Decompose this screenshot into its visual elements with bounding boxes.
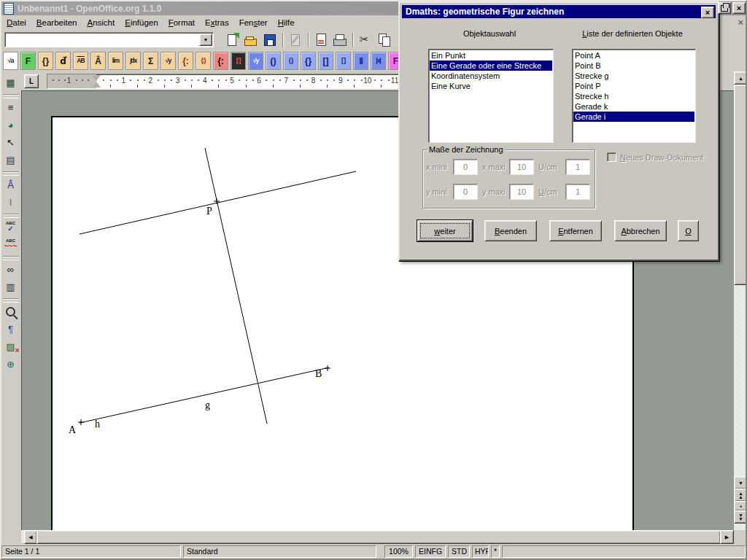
form-functions-icon[interactable]: ▤ bbox=[2, 152, 20, 168]
online-layout-icon[interactable]: ⊕ bbox=[2, 356, 20, 373]
direct-cursor-icon[interactable]: I bbox=[2, 194, 20, 211]
abs-x-icon[interactable]: |x| bbox=[371, 52, 386, 70]
close-button[interactable]: × bbox=[732, 2, 746, 14]
menu-item-datei[interactable]: Datei bbox=[1, 17, 31, 28]
status-page-style[interactable]: Standard bbox=[183, 545, 376, 558]
status-insert-mode[interactable]: EINFG bbox=[415, 545, 446, 558]
abbrechen-button[interactable]: Abbrechen bbox=[614, 220, 667, 241]
defined-object-item[interactable]: Strecke h bbox=[573, 91, 694, 101]
combo-dropdown-button[interactable]: ▼ bbox=[199, 34, 212, 46]
indent-marker[interactable] bbox=[91, 74, 101, 88]
brackets-wide-blue-icon[interactable]: [ ] bbox=[336, 52, 351, 70]
vertical-scroll-thumb[interactable] bbox=[734, 85, 747, 285]
sqrt-blue-icon[interactable]: √y bbox=[248, 52, 263, 70]
defined-object-item[interactable]: Strecke g bbox=[573, 71, 694, 81]
data-sources-icon[interactable]: ▥ bbox=[2, 279, 20, 295]
close-document-icon[interactable]: × bbox=[738, 17, 743, 28]
menu-item-hilfe[interactable]: Hilfe bbox=[273, 17, 300, 28]
find-replace-icon[interactable]: ∞ bbox=[2, 261, 20, 278]
tab-stop-selector[interactable]: L bbox=[24, 74, 39, 88]
paren-colon-icon[interactable]: (:) bbox=[196, 52, 211, 70]
insert-icon[interactable]: ≡ bbox=[2, 99, 20, 116]
sqrt-a-icon[interactable]: √a bbox=[3, 52, 18, 70]
zoom-icon[interactable] bbox=[2, 303, 20, 320]
defined-object-item[interactable]: Gerade i bbox=[573, 112, 694, 122]
object-type-listbox[interactable]: Ein PunktEine Gerade oder eine StreckeKo… bbox=[428, 49, 554, 143]
scroll-left-button[interactable]: ◀ bbox=[24, 530, 37, 544]
o-button[interactable]: O bbox=[678, 220, 699, 241]
copy-icon[interactable] bbox=[376, 32, 392, 48]
object-type-item[interactable]: Ein Punkt bbox=[430, 50, 552, 61]
y-mini-field[interactable]: 0 bbox=[453, 184, 478, 200]
formula-green-icon[interactable]: F bbox=[20, 52, 36, 70]
vector-d-icon[interactable]: d⃗ bbox=[55, 52, 71, 70]
dialog-titlebar[interactable]: Dmaths: geometrische Figur zeichnen × bbox=[402, 5, 716, 18]
status-selection-mode[interactable]: STD bbox=[448, 545, 470, 558]
weiter-button[interactable]: weiter bbox=[417, 220, 473, 241]
status-page-number[interactable]: Seite 1 / 1 bbox=[1, 545, 181, 558]
object-type-item[interactable]: Eine Gerade oder eine Strecke bbox=[430, 61, 552, 71]
u-per-cm-x-field[interactable]: 1 bbox=[565, 159, 590, 175]
x-maxi-field[interactable]: 10 bbox=[509, 159, 534, 175]
open-document-icon[interactable] bbox=[243, 32, 259, 48]
scroll-right-button[interactable]: ▶ bbox=[720, 530, 734, 544]
export-pdf-icon[interactable] bbox=[313, 32, 329, 48]
horizontal-scrollbar[interactable]: ◀ ▶ bbox=[21, 530, 734, 542]
sqrt-y-icon[interactable]: √y bbox=[160, 52, 176, 70]
parens-wide-blue-icon[interactable]: ( ) bbox=[283, 52, 298, 70]
defined-object-item[interactable]: Point P bbox=[573, 81, 694, 91]
edit-file-icon[interactable] bbox=[287, 32, 303, 48]
limit-icon[interactable]: lim bbox=[108, 52, 123, 70]
graphics-on-off-icon[interactable]: ▨× bbox=[2, 338, 20, 355]
triple-bar-icon[interactable]: ||| bbox=[353, 52, 368, 70]
object-type-item[interactable]: Eine Kurve bbox=[430, 81, 552, 91]
bracket-colon-dark-icon[interactable]: [:] bbox=[231, 52, 246, 70]
navigation-button[interactable]: ● bbox=[734, 501, 747, 511]
restore-button[interactable] bbox=[718, 2, 731, 14]
cut-icon[interactable] bbox=[357, 32, 374, 48]
sum-icon[interactable]: Σ bbox=[143, 52, 158, 70]
menu-item-format[interactable]: Format bbox=[163, 17, 200, 28]
status-hyperlink-mode[interactable]: HYP bbox=[472, 545, 489, 558]
dialog-close-button[interactable]: × bbox=[701, 7, 714, 18]
formatting-marks-icon[interactable]: ¶ bbox=[2, 321, 20, 338]
defined-objects-listbox[interactable]: Point APoint BStrecke gPoint PStrecke hG… bbox=[572, 49, 696, 143]
beenden-button[interactable]: Beenden bbox=[484, 220, 537, 241]
url-combobox[interactable]: ▼ bbox=[4, 32, 214, 47]
menu-item-extras[interactable]: Extras bbox=[200, 17, 234, 28]
braces-icon[interactable]: {} bbox=[38, 52, 53, 70]
scroll-down-button[interactable]: ▼ bbox=[734, 476, 747, 489]
vertical-scrollbar[interactable]: ▲ ▼ ▲▲ ● ▼▼ bbox=[734, 71, 746, 530]
y-maxi-field[interactable]: 10 bbox=[509, 184, 534, 200]
url-input[interactable] bbox=[6, 34, 200, 46]
menu-item-fenster[interactable]: Fenster bbox=[234, 17, 273, 28]
new-draw-document-checkbox[interactable]: Neues Draw-Dokument bbox=[607, 152, 703, 162]
menu-item-bearbeiten[interactable]: Bearbeiten bbox=[31, 17, 82, 28]
insert-table-icon[interactable]: ▦ bbox=[2, 74, 20, 91]
parens-blue-icon[interactable]: () bbox=[266, 52, 281, 70]
insert-draw-text-icon[interactable]: Â bbox=[2, 176, 20, 193]
insert-objects-icon[interactable]: ◕ bbox=[2, 117, 20, 133]
defined-object-item[interactable]: Gerade k bbox=[573, 101, 694, 112]
integral-icon[interactable]: ∫dx bbox=[125, 52, 141, 70]
overline-ab-icon[interactable]: AB bbox=[73, 52, 88, 70]
u-per-cm-y-field[interactable]: 1 bbox=[565, 184, 590, 200]
select-pointer-icon[interactable]: ↖ bbox=[2, 134, 20, 151]
brace-colon-red-icon[interactable]: {: bbox=[213, 52, 228, 70]
a-hat-icon[interactable]: Â bbox=[90, 52, 106, 70]
brackets-blue-icon[interactable]: [] bbox=[318, 52, 333, 70]
scroll-up-button[interactable]: ▲ bbox=[734, 71, 747, 85]
previous-page-button[interactable]: ▲▲ bbox=[734, 489, 747, 502]
print-file-icon[interactable] bbox=[332, 32, 348, 48]
x-mini-field[interactable]: 0 bbox=[453, 159, 478, 175]
braces-blue-icon[interactable]: {} bbox=[301, 52, 316, 70]
spellcheck-icon[interactable]: ABC✓ bbox=[2, 219, 20, 236]
defined-object-item[interactable]: Point A bbox=[573, 50, 694, 61]
auto-spellcheck-icon[interactable]: ABC~~~ bbox=[2, 236, 20, 253]
next-page-button[interactable]: ▼▼ bbox=[734, 510, 747, 524]
horizontal-scroll-thumb[interactable] bbox=[36, 530, 721, 544]
menu-item-einfuegen[interactable]: Einfügen bbox=[120, 17, 163, 28]
object-type-item[interactable]: Koordinatensystem bbox=[430, 71, 552, 81]
brace-colon-icon[interactable]: {: bbox=[178, 52, 193, 70]
save-document-icon[interactable] bbox=[262, 32, 278, 48]
